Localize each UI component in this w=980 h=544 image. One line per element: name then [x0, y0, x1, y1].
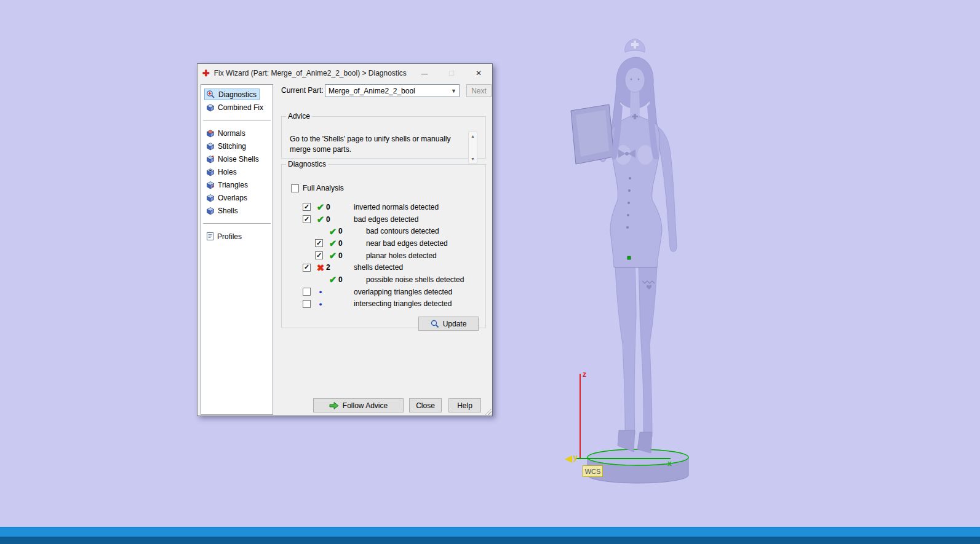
- full-analysis-option[interactable]: Full Analysis: [291, 184, 344, 192]
- fix-wizard-dialog: ✚ Fix Wizard (Part: Merge_of_Anime2_2_bo…: [197, 63, 493, 416]
- diagnostic-label: bad contours detected: [366, 227, 439, 235]
- count-value: 2: [326, 263, 338, 272]
- sidebar-label: Holes: [218, 168, 237, 176]
- close-window-button[interactable]: [465, 64, 492, 82]
- ok-check-icon: [327, 251, 338, 260]
- z-axis-label: z: [583, 370, 586, 379]
- dialog-title: Fix Wizard (Part: Merge_of_Anime2_2_bool…: [214, 69, 411, 77]
- magnifier-icon: [431, 320, 439, 328]
- z-axis-line: [580, 374, 581, 459]
- count-value: 0: [338, 227, 351, 235]
- wcs-origin-label: WCS: [583, 465, 603, 477]
- bad-edges-checkbox[interactable]: [303, 215, 311, 223]
- sidebar-item-triangles[interactable]: Triangles: [201, 178, 273, 191]
- follow-advice-button[interactable]: Follow Advice: [313, 398, 404, 412]
- planar-holes-checkbox[interactable]: [315, 251, 323, 259]
- sidebar-label: Shells: [218, 207, 238, 215]
- full-analysis-label: Full Analysis: [303, 184, 344, 192]
- sidebar-item-overlaps[interactable]: Overlaps: [201, 191, 273, 204]
- sidebar-item-diagnostics[interactable]: Diagnostics: [201, 88, 273, 101]
- maximize-button[interactable]: [438, 64, 465, 82]
- sidebar-item-profiles[interactable]: Profiles: [201, 230, 273, 243]
- magnifier-icon: [206, 90, 215, 99]
- scroll-up-icon[interactable]: [469, 132, 477, 140]
- row-inverted-normals: 0 inverted normals detected: [303, 201, 482, 213]
- advice-scrollbar[interactable]: [468, 132, 477, 164]
- dialog-titlebar[interactable]: ✚ Fix Wizard (Part: Merge_of_Anime2_2_bo…: [197, 64, 492, 82]
- bullet-dot-icon: [315, 300, 326, 308]
- sidebar-label: Normals: [218, 129, 245, 138]
- count-value: 0: [338, 239, 351, 248]
- ok-check-icon: [327, 238, 338, 248]
- sidebar-label: Diagnostics: [218, 90, 257, 99]
- diagnostics-group-title: Diagnostics: [286, 160, 328, 168]
- y-axis-arrow-icon: [565, 455, 572, 463]
- selection-marker-dot: [627, 256, 631, 259]
- diagnostic-label: bad edges detected: [354, 215, 418, 224]
- resize-grip[interactable]: [484, 407, 492, 415]
- ok-check-icon: [315, 215, 326, 224]
- cube-icon: [206, 194, 215, 202]
- sidebar-label: Stitching: [218, 142, 246, 151]
- green-arrow-icon: [329, 401, 339, 410]
- current-part-dropdown[interactable]: Merge_of_Anime2_2_bool: [325, 84, 460, 97]
- update-button[interactable]: Update: [418, 317, 479, 331]
- sidebar-item-holes[interactable]: Holes: [201, 165, 273, 178]
- diagnostic-label: overlapping triangles detected: [354, 288, 452, 296]
- sidebar-item-normals[interactable]: Normals: [201, 127, 273, 140]
- minimize-button[interactable]: [411, 64, 438, 82]
- row-overlapping-triangles: overlapping triangles detected: [303, 286, 482, 298]
- overlapping-triangles-checkbox[interactable]: [303, 288, 311, 296]
- intersecting-triangles-checkbox[interactable]: [303, 300, 311, 308]
- near-bad-edges-checkbox[interactable]: [315, 239, 323, 247]
- shells-checkbox[interactable]: [303, 264, 311, 272]
- diagnostics-row-list: 0 inverted normals detected 0 bad edges …: [303, 201, 482, 310]
- sidebar-item-combined-fix[interactable]: Combined Fix: [201, 101, 273, 114]
- diagnostic-label: inverted normals detected: [354, 203, 439, 211]
- y-axis-label: y: [573, 453, 578, 462]
- sidebar-label: Noise Shells: [218, 155, 259, 164]
- advice-groupbox: Advice Go to the 'Shells' page to unify …: [281, 112, 486, 159]
- bullet-dot-icon: [315, 288, 326, 296]
- row-intersecting-triangles: intersecting triangles detected: [303, 298, 482, 310]
- sidebar-separator: [203, 223, 271, 224]
- diagnostic-label: planar holes detected: [366, 251, 437, 260]
- sidebar-item-stitching[interactable]: Stitching: [201, 140, 273, 152]
- sidebar-label: Combined Fix: [218, 103, 263, 112]
- sidebar-label: Overlaps: [218, 194, 247, 202]
- cube-icon: [206, 168, 215, 176]
- row-possible-noise-shells: 0 possible noise shells detected: [315, 274, 482, 286]
- diagnostic-label: intersecting triangles detected: [354, 299, 452, 308]
- count-value: 0: [326, 215, 338, 224]
- inverted-normals-checkbox[interactable]: [303, 203, 311, 211]
- row-bad-edges: 0 bad edges detected: [303, 213, 482, 226]
- x-axis-line: [576, 458, 671, 459]
- diagnostic-label: near bad edges detected: [366, 239, 448, 248]
- bottom-dark-bar: [0, 537, 980, 544]
- row-near-bad-edges: 0 near bad edges detected: [315, 237, 482, 250]
- full-analysis-checkbox[interactable]: [291, 184, 299, 192]
- nurse-figurine-3d-model[interactable]: [554, 28, 707, 486]
- cube-icon: [206, 155, 215, 164]
- app-red-cross-icon: ✚: [202, 68, 210, 78]
- row-shells: 2 shells detected: [303, 261, 482, 274]
- next-button[interactable]: Next: [466, 84, 492, 97]
- diagnostic-label: possible noise shells detected: [366, 275, 464, 284]
- follow-advice-label: Follow Advice: [343, 401, 388, 410]
- document-icon: [206, 232, 214, 241]
- help-button[interactable]: Help: [448, 398, 481, 412]
- count-value: 0: [338, 251, 351, 260]
- sidebar-item-shells[interactable]: Shells: [201, 204, 273, 217]
- cube-icon: [206, 142, 215, 151]
- wizard-page-list: Diagnostics Combined Fix Norm: [201, 84, 273, 415]
- ok-check-icon: [327, 275, 338, 284]
- diagnostic-label: shells detected: [354, 263, 403, 272]
- close-button[interactable]: Close: [409, 398, 442, 412]
- fail-x-icon: [315, 263, 326, 272]
- bottom-blue-bar: [0, 527, 980, 537]
- row-bad-contours: 0 bad contours detected: [315, 225, 482, 237]
- advice-group-title: Advice: [286, 112, 312, 120]
- sidebar-item-noise-shells[interactable]: Noise Shells: [201, 152, 273, 165]
- chevron-down-icon: [448, 88, 459, 94]
- row-planar-holes: 0 planar holes detected: [315, 250, 482, 262]
